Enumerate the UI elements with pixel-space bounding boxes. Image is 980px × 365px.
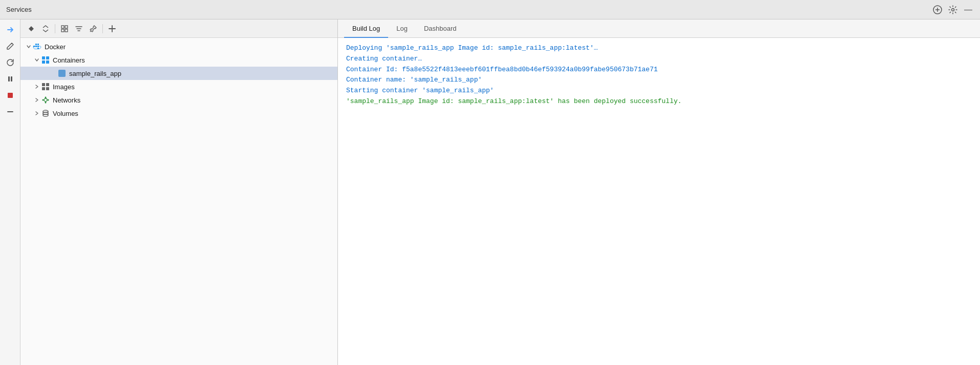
edit-icon[interactable]	[3, 39, 17, 53]
add-service-button[interactable]	[105, 22, 119, 35]
images-label: Images	[53, 83, 75, 91]
svg-point-33	[48, 99, 49, 101]
toolbar-separator-2	[102, 24, 103, 33]
minus-icon[interactable]	[3, 105, 17, 119]
tree-item-docker[interactable]: Docker	[20, 40, 337, 53]
log-line-2: Creating container…	[346, 54, 972, 65]
pin-button[interactable]	[87, 22, 100, 35]
containers-icon	[41, 55, 50, 65]
refresh-icon[interactable]	[3, 55, 17, 70]
tab-build-log[interactable]: Build Log	[344, 19, 388, 38]
docker-icon	[33, 42, 42, 51]
networks-icon	[41, 95, 50, 105]
svg-rect-9	[65, 26, 68, 28]
chevron-right-icon	[33, 96, 41, 104]
sample-rails-app-label: sample_rails_app	[69, 70, 121, 77]
tabs-bar: Build Log Log Dashboard	[338, 19, 980, 38]
tree-item-containers[interactable]: Containers	[20, 53, 337, 67]
svg-rect-11	[65, 29, 68, 32]
volumes-icon	[41, 109, 50, 118]
build-log-content: Deploying 'sample_rails_app Image id: sa…	[338, 38, 980, 365]
tree-content: Docker Containers	[20, 38, 337, 365]
tree-panel: Docker Containers	[20, 19, 338, 365]
svg-rect-6	[8, 93, 13, 98]
svg-rect-17	[37, 46, 39, 47]
svg-rect-16	[35, 46, 37, 47]
expand-all-button[interactable]	[39, 22, 52, 35]
svg-rect-8	[61, 26, 64, 28]
log-line-5: Starting container 'sample_rails_app'	[346, 86, 972, 96]
main-content: Docker Containers	[0, 19, 980, 365]
stop-icon[interactable]	[3, 88, 17, 103]
log-line-4: Container name: 'sample_rails_app'	[346, 75, 972, 86]
tree-item-sample-rails-app[interactable]: sample_rails_app	[20, 67, 337, 80]
svg-rect-24	[46, 60, 49, 64]
title-bar-controls: —	[932, 4, 974, 15]
log-line-3: Container Id: f5a8e5522f4813eeebf601ffbe…	[346, 65, 972, 75]
volumes-label: Volumes	[53, 110, 78, 117]
svg-rect-4	[8, 76, 10, 82]
svg-rect-21	[42, 56, 45, 59]
container-box-icon	[57, 69, 67, 78]
tree-item-networks[interactable]: Networks	[20, 93, 337, 107]
svg-rect-28	[46, 87, 49, 90]
tree-item-images[interactable]: Images	[20, 80, 337, 93]
title-bar: Services —	[0, 0, 980, 19]
chevron-down-icon	[25, 43, 33, 51]
svg-rect-18	[35, 44, 37, 45]
collapse-all-button[interactable]	[25, 22, 38, 35]
pause-icon[interactable]	[3, 72, 17, 86]
svg-point-29	[44, 98, 47, 102]
images-icon	[41, 82, 50, 91]
svg-rect-26	[46, 83, 49, 86]
tree-item-volumes[interactable]: Volumes	[20, 107, 337, 120]
svg-line-12	[90, 31, 91, 32]
svg-rect-5	[11, 76, 12, 82]
svg-point-30	[45, 97, 47, 98]
svg-point-38	[43, 114, 48, 116]
svg-point-3	[952, 8, 954, 11]
log-line-6: 'sample_rails_app Image id: sample_rails…	[346, 96, 972, 107]
networks-label: Networks	[53, 96, 80, 104]
arrow-right-icon[interactable]	[3, 23, 17, 37]
toolbar-separator-1	[55, 24, 55, 33]
chevron-down-icon	[33, 56, 41, 64]
tab-dashboard[interactable]: Dashboard	[416, 19, 465, 38]
app-title: Services	[6, 6, 32, 13]
docker-label: Docker	[45, 43, 66, 51]
log-line-1: Deploying 'sample_rails_app Image id: sa…	[346, 43, 972, 54]
svg-rect-25	[42, 83, 45, 86]
svg-rect-22	[46, 56, 49, 59]
svg-rect-10	[61, 29, 64, 32]
svg-rect-23	[42, 60, 45, 64]
svg-point-32	[42, 99, 44, 101]
containers-label: Containers	[53, 56, 85, 64]
filter-button[interactable]	[72, 22, 86, 35]
settings-button[interactable]	[947, 4, 958, 15]
chevron-placeholder	[49, 69, 57, 77]
icon-sidebar	[0, 19, 20, 365]
chevron-right-icon	[33, 109, 41, 117]
svg-point-31	[45, 102, 47, 104]
chevron-right-icon	[33, 83, 41, 91]
right-panel: Build Log Log Dashboard Deploying 'sampl…	[338, 19, 980, 365]
tree-toolbar	[20, 19, 337, 38]
minimize-button[interactable]: —	[963, 4, 974, 15]
svg-rect-19	[37, 44, 39, 45]
svg-rect-27	[42, 87, 45, 90]
add-button[interactable]	[932, 4, 943, 15]
tab-log[interactable]: Log	[388, 19, 416, 38]
layout-button[interactable]	[58, 22, 71, 35]
